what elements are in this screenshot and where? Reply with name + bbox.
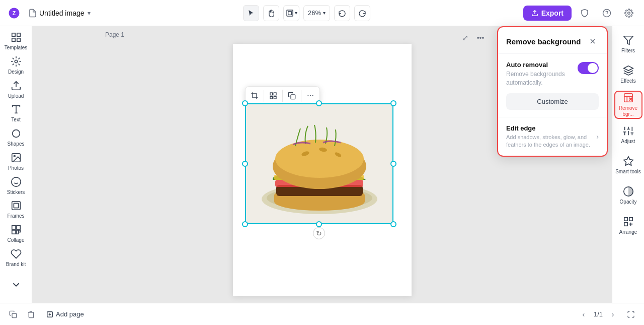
page-expand-btn[interactable]: ⤢ <box>459 31 472 44</box>
svg-point-35 <box>310 95 311 96</box>
select-tool-btn[interactable] <box>243 5 259 21</box>
sidebar-item-text[interactable]: Text <box>2 102 30 124</box>
templates-label: Templates <box>5 45 28 50</box>
sidebar-collapse-btn[interactable] <box>2 271 30 299</box>
help-icon <box>602 9 611 18</box>
more-icon <box>306 92 314 100</box>
right-item-adjust[interactable]: Adjust <box>614 121 642 149</box>
settings-btn[interactable] <box>620 4 638 22</box>
image-selection[interactable]: ↻ <box>245 103 393 224</box>
file-title-area[interactable]: Untitled image ▾ <box>28 9 91 18</box>
smart-tools-icon <box>623 156 634 167</box>
edit-edge-row: Edit edge Add shadows, strokes, glow, an… <box>506 124 599 149</box>
auto-removal-toggle[interactable] <box>578 62 599 74</box>
sidebar-item-design[interactable]: Design <box>2 54 30 77</box>
handle-top-left[interactable] <box>242 100 248 106</box>
panel-close-btn[interactable] <box>587 35 599 47</box>
right-item-filters[interactable]: Filters <box>614 30 642 58</box>
sidebar-item-brand-kit[interactable]: Brand kit <box>2 246 30 269</box>
right-item-remove-bg[interactable]: Remove bgr... <box>614 91 642 119</box>
frame-icon <box>286 9 294 17</box>
bottom-right: ‹ 1/1 › <box>577 307 638 321</box>
stickers-icon <box>11 176 22 187</box>
frames-label: Frames <box>8 213 25 219</box>
right-item-effects[interactable]: Effects <box>614 60 642 89</box>
remove-bg-icon <box>623 92 634 103</box>
svg-rect-69 <box>12 313 17 318</box>
redo-btn[interactable] <box>354 5 370 21</box>
right-item-opacity[interactable]: Opacity <box>614 181 642 210</box>
edit-edge-text: Edit edge Add shadows, strokes, glow, an… <box>506 124 590 149</box>
text-icon <box>11 104 22 115</box>
shapes-icon <box>11 128 22 139</box>
expand-view-btn[interactable] <box>624 307 638 321</box>
zoom-control[interactable]: 26% ▾ <box>303 5 330 21</box>
svg-rect-25 <box>16 226 20 229</box>
handle-mid-right[interactable] <box>390 161 396 167</box>
svg-rect-24 <box>12 226 15 229</box>
page-more-btn[interactable]: ••• <box>474 31 487 44</box>
frames-icon <box>11 200 22 211</box>
add-page-btn[interactable]: Add page <box>42 308 88 320</box>
copy-page-btn[interactable] <box>6 307 20 321</box>
next-page-btn[interactable]: › <box>606 307 620 321</box>
auto-removal-row: Auto removal Remove backgroundsautomatic… <box>506 61 599 87</box>
svg-rect-8 <box>12 33 15 36</box>
rotate-handle[interactable]: ↻ <box>313 227 325 239</box>
sidebar-item-photos[interactable]: Photos <box>2 151 30 173</box>
undo-btn[interactable] <box>334 5 350 21</box>
svg-point-19 <box>11 177 20 186</box>
right-item-smart-tools[interactable]: Smart tools <box>614 151 642 179</box>
crop-btn[interactable] <box>246 87 264 105</box>
duplicate-btn[interactable] <box>283 87 301 105</box>
svg-point-18 <box>14 155 15 157</box>
handle-top-mid[interactable] <box>316 100 322 106</box>
delete-page-btn[interactable] <box>24 307 38 321</box>
prev-page-btn[interactable]: ‹ <box>577 307 591 321</box>
sidebar-bottom <box>2 271 30 299</box>
hand-icon <box>267 9 275 17</box>
filters-label: Filters <box>621 48 635 54</box>
hand-tool-btn[interactable] <box>263 5 279 21</box>
right-sidebar: Filters Effects Remove bgr... Adjust <box>612 26 644 303</box>
svg-rect-32 <box>274 96 276 99</box>
sidebar-item-upload[interactable]: Upload <box>2 78 30 100</box>
app-logo[interactable]: Z <box>6 5 22 21</box>
design-icon <box>11 56 22 67</box>
svg-rect-22 <box>12 202 20 210</box>
edit-edge-section[interactable]: Edit edge Add shadows, strokes, glow, an… <box>498 117 607 156</box>
sidebar-item-frames[interactable]: Frames <box>2 199 30 221</box>
svg-rect-11 <box>17 38 20 41</box>
sidebar-item-collage[interactable]: Collage <box>2 223 30 245</box>
filters-icon <box>623 35 634 46</box>
handle-top-right[interactable] <box>390 100 396 106</box>
adjust-icon <box>623 125 634 137</box>
left-sidebar: Templates Design Upload Text <box>0 26 32 303</box>
handle-bot-mid[interactable] <box>316 221 322 227</box>
edit-edge-chevron: › <box>596 133 599 141</box>
shield-btn[interactable] <box>576 4 594 22</box>
collage-label: Collage <box>8 237 25 243</box>
frame-tool-btn[interactable]: ▾ <box>283 5 299 21</box>
canvas-page: ↻ <box>233 44 412 296</box>
right-item-arrange[interactable]: Arrange <box>614 212 642 240</box>
duplicate-icon <box>288 92 296 100</box>
customize-btn[interactable]: Customize <box>506 93 599 110</box>
svg-rect-65 <box>629 218 632 221</box>
svg-point-36 <box>312 95 313 96</box>
templates-icon <box>11 32 22 43</box>
svg-rect-64 <box>624 218 627 221</box>
handle-bot-left[interactable] <box>242 221 248 227</box>
handle-mid-left[interactable] <box>242 161 248 167</box>
help-btn[interactable] <box>598 4 616 22</box>
handle-bot-right[interactable] <box>390 221 396 227</box>
export-button[interactable]: Export <box>523 6 572 21</box>
svg-point-16 <box>12 130 20 138</box>
sidebar-item-stickers[interactable]: Stickers <box>2 174 30 197</box>
page-actions: ⤢ ••• <box>459 31 487 44</box>
grid-btn[interactable] <box>264 87 282 105</box>
auto-removal-text: Auto removal Remove backgroundsautomatic… <box>506 61 565 87</box>
auto-removal-section: Auto removal Remove backgroundsautomatic… <box>498 54 607 117</box>
sidebar-item-templates[interactable]: Templates <box>2 30 30 52</box>
sidebar-item-shapes[interactable]: Shapes <box>2 126 30 149</box>
